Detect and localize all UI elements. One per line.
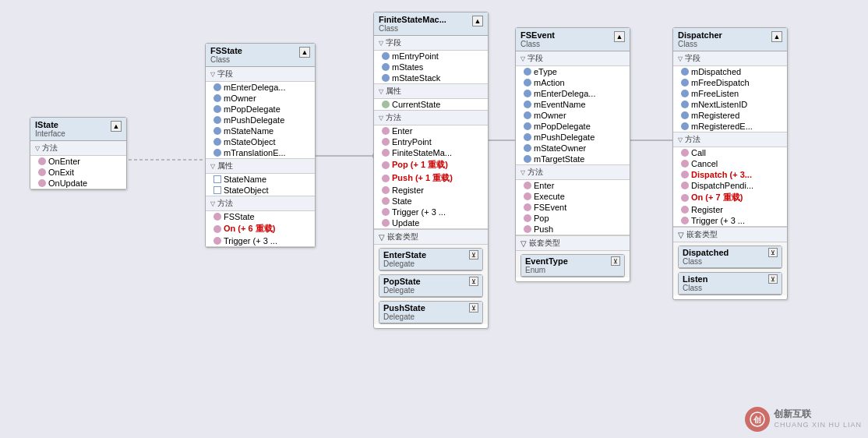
- method-icon: [681, 217, 689, 224]
- dispatcher-methods-header: ▽ 方法: [673, 132, 787, 147]
- fsstate-header: FSState Class ▲: [206, 44, 315, 67]
- fsm-method-7: State: [374, 196, 488, 207]
- dispatcher-fields-section: ▽ 字段 mDispatched mFreeDispatch mFreeList…: [673, 51, 787, 132]
- nested-enterstate-header: EnterState Delegate ⊻: [379, 249, 482, 270]
- method-icon: [213, 225, 221, 233]
- nested-popstate-header: PopState Delegate ⊻: [379, 275, 482, 297]
- method-icon: [524, 214, 531, 222]
- istate-card: IState Interface ▲ ▽ 方法 OnEnter OnExit O…: [30, 117, 127, 190]
- fsevent-field-2: mAction: [516, 77, 630, 88]
- nested-dispatched-header: Dispatched Class ⊻: [679, 246, 782, 268]
- fsm-nested-enterstate: EnterState Delegate ⊻: [379, 248, 483, 271]
- istate-method-onupdate-label: OnUpdate: [48, 178, 87, 188]
- nested-listen-header: Listen Class ⊻: [679, 273, 782, 295]
- fsevent-method-2: Execute: [516, 191, 630, 202]
- method-icon: [382, 197, 390, 205]
- watermark-icon: 创: [750, 412, 765, 427]
- fsevent-method-4: Pop: [516, 213, 630, 224]
- dispatcher-method-3: Dispatch (+ 3...: [673, 169, 787, 180]
- fsm-method-2: EntryPoint: [374, 136, 488, 147]
- finitestatemac-card: FiniteStateMac... Class ▲ ▽ 字段 mEntryPoi…: [373, 12, 489, 329]
- dispatched-collapse[interactable]: ⊻: [768, 248, 778, 257]
- fsevent-method-5: Push: [516, 224, 630, 235]
- fsevent-nested-eventtype: EventType Enum ⊻: [520, 254, 625, 277]
- fsevent-method-1: Enter: [516, 180, 630, 191]
- fsstate-field-2: mOwner: [206, 93, 315, 104]
- fsm-method-3: FiniteStateMa...: [374, 147, 488, 158]
- method-icon: [681, 206, 689, 214]
- fsm-nested-pushstate: PushState Delegate ⊻: [379, 301, 483, 324]
- field-icon: [213, 83, 221, 91]
- enterstate-collapse[interactable]: ⊻: [469, 250, 478, 260]
- field-icon: [213, 94, 221, 102]
- method-icon: [382, 186, 390, 194]
- listen-collapse[interactable]: ⊻: [768, 274, 778, 284]
- dispatcher-collapse[interactable]: ▲: [771, 31, 782, 42]
- dispatcher-field-6: mRegisteredE...: [673, 121, 787, 132]
- fsstate-fields-label: 字段: [217, 69, 233, 79]
- eventtype-collapse[interactable]: ⊻: [611, 256, 620, 266]
- fsm-field-3: mStateStack: [374, 72, 488, 83]
- istate-collapse[interactable]: ▲: [111, 121, 122, 132]
- fsstate-field-6: mStateObject: [206, 136, 315, 147]
- static-icon: [213, 175, 221, 183]
- nested-eventtype-header: EventType Enum ⊻: [521, 255, 624, 277]
- fsevent-header: FSEvent Class ▲: [516, 28, 630, 51]
- static-icon: [213, 186, 221, 194]
- fsevent-collapse[interactable]: ▲: [614, 31, 625, 42]
- istate-methods-section: ▽ 方法 OnEnter OnExit OnUpdate: [30, 141, 126, 189]
- field-icon: [213, 105, 221, 113]
- field-icon: [382, 63, 390, 71]
- dispatcher-field-5: mRegistered: [673, 110, 787, 121]
- dispatcher-method-1: Call: [673, 147, 787, 158]
- fsstate-props-header: ▽ 属性: [206, 159, 315, 174]
- fsm-nested-section: ▽ 嵌套类型 EnterState Delegate ⊻ PopState De…: [374, 229, 488, 324]
- fsm-header: FiniteStateMac... Class ▲: [374, 12, 488, 36]
- fsstate-collapse[interactable]: ▲: [299, 47, 310, 58]
- fsevent-nested-section: ▽ 嵌套类型 EventType Enum ⊻: [516, 235, 630, 277]
- method-icon: [382, 208, 390, 216]
- fsstate-prop-1: StateName: [206, 174, 315, 185]
- istate-header: IState Interface ▲: [30, 118, 126, 141]
- fsevent-methods-section: ▽ 方法 Enter Execute FSEvent Pop Push: [516, 165, 630, 235]
- field-icon: [681, 90, 689, 97]
- fsm-props-header: ▽ 属性: [374, 84, 488, 99]
- watermark: 创 创新互联 CHUANG XIN HU LIAN: [745, 407, 862, 432]
- fsm-collapse[interactable]: ▲: [472, 16, 483, 26]
- fsm-nested-label: ▽ 嵌套类型: [374, 230, 488, 245]
- field-icon: [524, 79, 531, 87]
- prop-icon: [382, 101, 390, 108]
- popstate-collapse[interactable]: ⊻: [469, 277, 478, 286]
- field-icon: [213, 127, 221, 135]
- dispatcher-method-4: DispatchPendi...: [673, 180, 787, 191]
- istate-method-onenter: OnEnter: [30, 156, 126, 167]
- method-icon: [524, 225, 531, 233]
- fsevent-field-1: eType: [516, 66, 630, 77]
- svg-text:创: 创: [753, 415, 761, 424]
- dispatcher-method-6: Register: [673, 204, 787, 215]
- fsevent-field-9: mTargetState: [516, 154, 630, 164]
- diagram-canvas: IState Interface ▲ ▽ 方法 OnEnter OnExit O…: [0, 0, 868, 438]
- dispatcher-method-7: Trigger (+ 3 ...: [673, 215, 787, 226]
- field-icon: [524, 133, 531, 141]
- dispatcher-field-1: mDispatched: [673, 66, 787, 77]
- dispatcher-method-2: Cancel: [673, 158, 787, 169]
- pushstate-collapse[interactable]: ⊻: [469, 303, 478, 313]
- fsstate-method-3: Trigger (+ 3 ...: [206, 235, 315, 246]
- fsstate-field-5: mStateName: [206, 125, 315, 136]
- method-icon: [38, 157, 46, 165]
- fsevent-fields-section: ▽ 字段 eType mAction mEnterDelega... mEven…: [516, 51, 630, 165]
- fsevent-card: FSEvent Class ▲ ▽ 字段 eType mAction mEnte…: [515, 27, 630, 282]
- method-icon: [38, 179, 46, 187]
- field-icon: [524, 122, 531, 130]
- method-icon: [213, 237, 221, 245]
- fsm-method-4: Pop (+ 1 重载): [374, 158, 488, 171]
- fsstate-stereotype: Class: [210, 55, 242, 64]
- field-icon: [681, 122, 689, 130]
- field-icon: [681, 68, 689, 76]
- istate-methods-label: 方法: [42, 143, 58, 154]
- dispatcher-field-2: mFreeDispatch: [673, 77, 787, 88]
- dispatcher-nested-label: ▽ 嵌套类型: [673, 228, 787, 242]
- fsevent-stereotype: Class: [520, 40, 555, 48]
- fsm-method-8: Trigger (+ 3 ...: [374, 207, 488, 217]
